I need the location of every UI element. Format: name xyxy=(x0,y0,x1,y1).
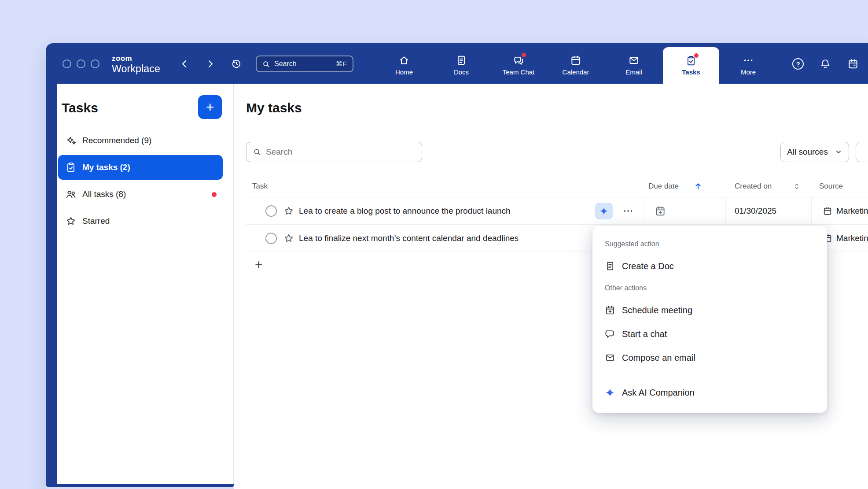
sort-asc-icon[interactable] xyxy=(693,182,703,191)
column-divider xyxy=(725,197,726,224)
star-icon[interactable] xyxy=(283,205,294,217)
plus-icon: + xyxy=(206,100,214,114)
global-search-placeholder: Search xyxy=(274,60,297,68)
nav-email-label: Email xyxy=(625,68,642,76)
source-filter-dropdown[interactable]: All sources xyxy=(780,142,849,162)
column-task[interactable]: Task xyxy=(252,182,268,191)
sidebar-item-label: All tasks (8) xyxy=(82,189,126,199)
window-control-dot-2[interactable] xyxy=(77,59,85,68)
chevron-right-icon xyxy=(205,58,216,70)
calendar-panel-icon xyxy=(847,58,859,70)
schedule-button[interactable] xyxy=(847,58,859,70)
nav-home-label: Home xyxy=(395,68,413,76)
ai-sparkle-icon xyxy=(605,387,615,398)
nav-forward-button[interactable] xyxy=(205,58,216,70)
menu-item-create-doc[interactable]: Create a Doc xyxy=(605,254,816,278)
sidebar-item-recommended[interactable]: Recommended (9) xyxy=(58,128,223,153)
created-on-value: 01/30/2025 xyxy=(735,206,776,216)
email-icon xyxy=(628,55,640,66)
star-icon[interactable] xyxy=(283,233,294,244)
ai-action-menu: Suggested action Create a Doc Other acti… xyxy=(592,226,827,413)
logo-workplace-text: Workplace xyxy=(112,64,160,74)
menu-item-label: Start a chat xyxy=(622,329,667,339)
search-icon xyxy=(253,148,261,156)
task-search-input[interactable] xyxy=(266,147,416,157)
nav-more[interactable]: More xyxy=(724,55,772,76)
nav-tasks-label: Tasks xyxy=(682,68,700,76)
nav-calendar[interactable]: Calendar xyxy=(552,55,600,76)
add-task-button[interactable]: + xyxy=(198,95,222,119)
sidebar-item-label: Recommended (9) xyxy=(82,136,151,145)
menu-item-label: Compose an email xyxy=(622,353,695,363)
nav-back-button[interactable] xyxy=(179,58,190,70)
logo-zoom-text: zoom xyxy=(112,55,160,62)
menu-item-label: Create a Doc xyxy=(622,261,674,271)
task-checkbox[interactable] xyxy=(265,205,277,217)
menu-item-compose-email[interactable]: Compose an email xyxy=(605,346,816,370)
nav-team-chat[interactable]: Team Chat xyxy=(494,55,543,76)
nav-team-chat-label: Team Chat xyxy=(503,68,535,76)
menu-item-ask-ai[interactable]: Ask AI Companion xyxy=(605,381,816,404)
calendar-icon xyxy=(823,206,832,216)
chevron-left-icon xyxy=(179,58,190,70)
source-filter-label: All sources xyxy=(787,147,828,157)
sidebar-title: Tasks xyxy=(62,100,98,115)
more-actions-button[interactable] xyxy=(622,206,636,216)
window-control-dot-3[interactable] xyxy=(91,59,99,68)
nav-docs[interactable]: Docs xyxy=(437,55,485,76)
menu-item-schedule-meeting[interactable]: Schedule meeting xyxy=(605,298,816,322)
task-search xyxy=(246,142,422,162)
task-title[interactable]: Lea to finalize next month’s content cal… xyxy=(299,233,519,243)
sidebar-item-label: Starred xyxy=(82,216,110,226)
sidebar-item-all-tasks[interactable]: All tasks (8) xyxy=(58,182,223,207)
ellipsis-icon xyxy=(622,206,634,216)
docs-icon xyxy=(456,55,467,66)
search-icon xyxy=(262,60,270,68)
column-source[interactable]: Source xyxy=(819,182,843,191)
source-cell[interactable]: Marketing xyxy=(823,206,868,216)
nav-more-label: More xyxy=(741,68,756,76)
column-divider xyxy=(811,197,812,224)
table-header: Task Due date Created on Source xyxy=(246,175,868,197)
sort-updown-icon[interactable] xyxy=(792,182,802,191)
column-created-on[interactable]: Created on xyxy=(735,182,772,191)
column-due-date[interactable]: Due date xyxy=(648,182,679,191)
task-row[interactable]: Lea to create a blog post to announce th… xyxy=(246,197,868,225)
filter-button-cutoff[interactable] xyxy=(856,142,868,162)
nav-home[interactable]: Home xyxy=(380,55,428,76)
bell-icon xyxy=(820,58,831,70)
chevron-down-icon xyxy=(835,148,842,156)
nav-email[interactable]: Email xyxy=(610,55,658,76)
global-search[interactable]: Search ⌘F xyxy=(256,56,353,72)
help-icon: ? xyxy=(796,60,800,68)
calendar-icon xyxy=(570,55,581,66)
history-button[interactable] xyxy=(231,58,242,70)
sidebar: Tasks + Recommended (9) My tasks (2) xyxy=(57,84,234,484)
task-title[interactable]: Lea to create a blog post to announce th… xyxy=(299,206,511,216)
team-chat-unread-badge xyxy=(522,53,526,57)
home-icon xyxy=(398,55,410,66)
source-cell[interactable]: Marketing xyxy=(823,233,868,243)
notifications-button[interactable] xyxy=(820,58,831,70)
nav-tasks-active[interactable]: Tasks xyxy=(663,47,719,84)
sidebar-item-my-tasks[interactable]: My tasks (2) xyxy=(58,155,223,180)
task-checkbox[interactable] xyxy=(265,233,277,244)
help-button[interactable]: ? xyxy=(792,58,804,70)
search-shortcut: ⌘F xyxy=(336,60,347,68)
sidebar-list: Recommended (9) My tasks (2) All tasks (… xyxy=(58,128,223,236)
calendar-plus-icon xyxy=(605,305,615,315)
chat-bubble-icon xyxy=(605,329,615,339)
menu-item-start-chat[interactable]: Start a chat xyxy=(605,322,816,346)
zoom-workplace-logo: zoom Workplace xyxy=(112,55,160,74)
topbar: zoom Workplace Search ⌘F Home xyxy=(46,43,868,84)
ai-companion-button[interactable] xyxy=(595,203,613,219)
add-due-date-button[interactable] xyxy=(655,205,666,217)
sidebar-item-starred[interactable]: Starred xyxy=(58,209,223,233)
plus-icon: + xyxy=(255,258,263,271)
menu-section-label: Suggested action xyxy=(605,234,816,254)
history-icon xyxy=(231,58,242,70)
window-bottom-edge xyxy=(46,484,234,487)
column-divider xyxy=(644,197,644,224)
sparkle-icon xyxy=(65,135,77,146)
window-control-dot-1[interactable] xyxy=(63,59,71,68)
